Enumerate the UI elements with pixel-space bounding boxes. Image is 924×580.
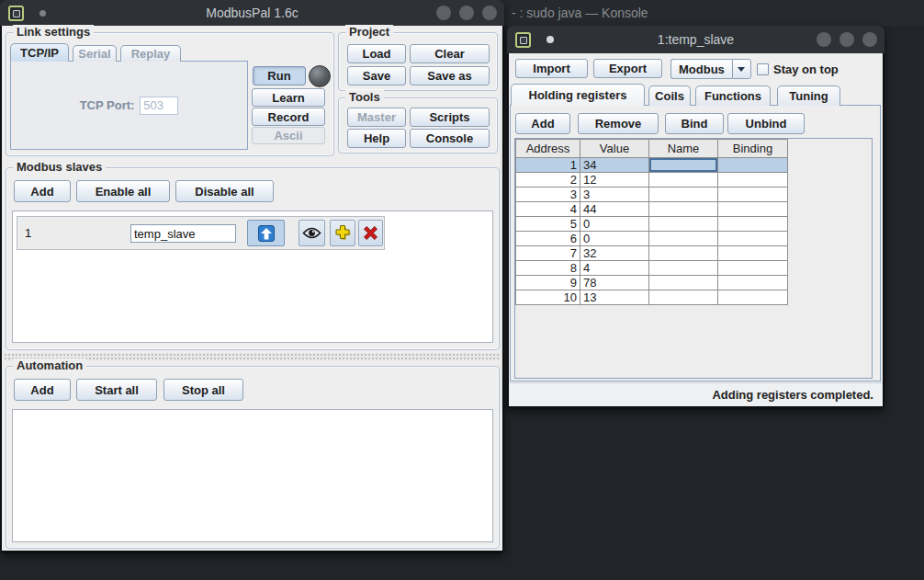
cell-value[interactable]: 3: [580, 188, 649, 202]
tab-functions[interactable]: Functions: [695, 85, 771, 106]
registers-scrollpane[interactable]: Address Value Name Binding 1342123344450…: [514, 138, 873, 379]
cell-name[interactable]: [649, 261, 718, 276]
tab-serial[interactable]: Serial: [73, 45, 117, 62]
tab-replay[interactable]: Replay: [120, 45, 181, 62]
column-header-name[interactable]: Name: [649, 140, 718, 158]
save-as-button[interactable]: Save as: [410, 66, 490, 85]
scripts-button[interactable]: Scripts: [410, 108, 490, 127]
cell-binding[interactable]: [718, 276, 788, 290]
console-button[interactable]: Console: [410, 129, 490, 148]
cell-binding[interactable]: [718, 290, 788, 305]
unbind-button[interactable]: Unbind: [727, 113, 805, 134]
slave-add-automation-button[interactable]: [330, 220, 355, 246]
table-row[interactable]: 212: [516, 173, 788, 188]
tab-tcpip[interactable]: TCP/IP: [10, 43, 69, 62]
table-row[interactable]: 84: [516, 261, 788, 276]
modbuspal-titlebar[interactable]: ModbusPal 1.6c: [0, 0, 504, 26]
cell-binding[interactable]: [718, 217, 788, 232]
cell-value[interactable]: 32: [580, 246, 649, 261]
cell-name[interactable]: [649, 188, 718, 202]
cell-value[interactable]: 12: [580, 173, 649, 188]
cell-name[interactable]: [649, 158, 718, 173]
cell-address[interactable]: 3: [516, 188, 580, 202]
cell-binding[interactable]: [718, 261, 788, 276]
slave-editor-titlebar[interactable]: 1:temp_slave: [507, 26, 885, 53]
table-row[interactable]: 134: [516, 158, 788, 173]
slave-enable-toggle-button[interactable]: [247, 220, 285, 246]
remove-register-button[interactable]: Remove: [578, 113, 659, 134]
disable-all-button[interactable]: Disable all: [175, 180, 274, 202]
table-row[interactable]: 60: [516, 232, 788, 246]
cell-binding[interactable]: [718, 173, 788, 188]
cell-address[interactable]: 4: [516, 202, 580, 217]
table-row[interactable]: 732: [516, 246, 788, 261]
master-button[interactable]: Master: [347, 108, 406, 127]
add-register-button[interactable]: Add: [515, 113, 570, 134]
ascii-button[interactable]: Ascii: [252, 127, 325, 144]
table-row[interactable]: 978: [516, 276, 788, 290]
minimize-button[interactable]: [436, 6, 451, 20]
cell-address[interactable]: 2: [516, 173, 580, 188]
cell-binding[interactable]: [718, 202, 788, 217]
cell-value[interactable]: 0: [580, 232, 649, 246]
cell-binding[interactable]: [718, 188, 788, 202]
learn-button[interactable]: Learn: [252, 88, 325, 107]
mode-combobox[interactable]: Modbus: [670, 59, 751, 79]
add-automation-button[interactable]: Add: [14, 379, 71, 401]
add-slave-button[interactable]: Add: [14, 180, 71, 202]
cell-binding[interactable]: [718, 158, 788, 173]
maximize-button[interactable]: [459, 6, 474, 20]
run-button[interactable]: Run: [253, 66, 306, 85]
cell-address[interactable]: 8: [516, 261, 580, 276]
cell-value[interactable]: 13: [580, 290, 649, 305]
cell-address[interactable]: 1: [516, 158, 580, 173]
cell-value[interactable]: 44: [580, 202, 649, 217]
save-button[interactable]: Save: [347, 66, 406, 85]
enable-all-button[interactable]: Enable all: [76, 180, 170, 202]
close-button[interactable]: [862, 32, 877, 47]
table-row[interactable]: 33: [516, 188, 788, 202]
import-button[interactable]: Import: [515, 59, 588, 78]
cell-address[interactable]: 6: [516, 232, 580, 246]
cell-name[interactable]: [649, 232, 718, 246]
cell-binding[interactable]: [718, 232, 788, 246]
cell-value[interactable]: 4: [580, 261, 649, 276]
tcp-port-input[interactable]: [140, 97, 178, 115]
combobox-arrow-button[interactable]: [732, 59, 751, 79]
cell-value[interactable]: 0: [580, 217, 649, 232]
cell-name[interactable]: [649, 246, 718, 261]
table-row[interactable]: 1013: [516, 290, 788, 305]
stop-all-button[interactable]: Stop all: [163, 379, 243, 401]
bind-button[interactable]: Bind: [665, 113, 724, 134]
cell-binding[interactable]: [718, 246, 788, 261]
slave-show-panel-button[interactable]: [299, 220, 325, 246]
cell-address[interactable]: 9: [516, 276, 580, 290]
column-header-value[interactable]: Value: [580, 140, 649, 158]
tab-holding-registers[interactable]: Holding registers: [511, 84, 645, 106]
start-all-button[interactable]: Start all: [76, 379, 157, 401]
slave-delete-button[interactable]: [358, 220, 383, 246]
cell-address[interactable]: 10: [516, 290, 580, 305]
cell-name[interactable]: [649, 290, 718, 305]
cell-address[interactable]: 7: [516, 246, 580, 261]
cell-name[interactable]: [649, 202, 718, 217]
close-button[interactable]: [482, 6, 497, 20]
load-button[interactable]: Load: [347, 44, 406, 63]
maximize-button[interactable]: [839, 32, 854, 47]
cell-name[interactable]: [649, 217, 718, 232]
cell-name[interactable]: [649, 173, 718, 188]
tab-coils[interactable]: Coils: [648, 85, 691, 106]
help-button[interactable]: Help: [347, 129, 406, 148]
clear-button[interactable]: Clear: [410, 44, 490, 63]
table-row[interactable]: 444: [516, 202, 788, 217]
cell-name[interactable]: [649, 276, 718, 290]
stay-on-top-checkbox[interactable]: [757, 63, 769, 75]
slave-name-input[interactable]: [130, 224, 236, 243]
column-header-address[interactable]: Address: [516, 140, 580, 158]
export-button[interactable]: Export: [593, 59, 662, 78]
cell-address[interactable]: 5: [516, 217, 580, 232]
cell-value[interactable]: 34: [580, 158, 649, 173]
tab-tuning[interactable]: Tuning: [777, 85, 840, 106]
minimize-button[interactable]: [817, 32, 831, 47]
record-button[interactable]: Record: [252, 108, 325, 126]
